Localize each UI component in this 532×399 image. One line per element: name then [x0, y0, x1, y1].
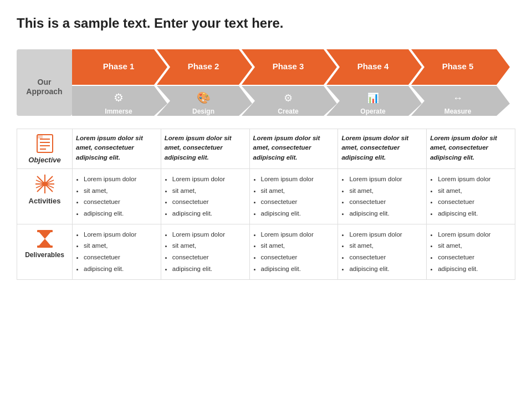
objective-row: Objective Lorem ipsum dolor sit amet, co…	[17, 129, 515, 169]
activities-icon	[34, 173, 55, 195]
list-item: Lorem ipsum dolor	[261, 229, 335, 241]
deliverables-header: Deliverables	[17, 224, 73, 279]
list-item: consectetuer	[438, 252, 511, 263]
svg-text:Phase 4: Phase 4	[357, 62, 389, 71]
objective-text-3: Lorem ipsum dolor sit amet, consectetuer…	[253, 135, 320, 161]
list-item: adipiscing elit.	[261, 208, 335, 219]
svg-text:↔: ↔	[453, 93, 463, 104]
svg-text:⚙: ⚙	[114, 91, 124, 104]
objective-text-4: Lorem ipsum dolor sit amet, consectetuer…	[341, 135, 408, 161]
deliverables-list-3: Lorem ipsum dolor sit amet, consectetuer…	[253, 229, 335, 275]
list-item: consectetuer	[84, 252, 157, 263]
list-item: consectetuer	[349, 196, 423, 208]
phases-header: Our Approach Phase 1 Phase 2 Phase 3 P	[17, 41, 515, 124]
deliverables-list-2: Lorem ipsum dolor sit amet, consectetuer…	[165, 229, 246, 275]
objective-header: Objective	[17, 129, 73, 169]
svg-text:Operate: Operate	[360, 108, 386, 115]
list-item: Lorem ipsum dolor	[438, 173, 511, 185]
activities-list-3: Lorem ipsum dolor sit amet, consectetuer…	[253, 173, 335, 219]
objective-text-5: Lorem ipsum dolor sit amet, consectetuer…	[430, 135, 497, 161]
list-item: Lorem ipsum dolor	[84, 173, 157, 185]
activities-cell-1: Lorem ipsum dolor sit amet, consectetuer…	[73, 169, 161, 224]
objective-cell-5: Lorem ipsum dolor sit amet, consectetuer…	[427, 129, 515, 169]
phases-svg: Our Approach Phase 1 Phase 2 Phase 3 P	[17, 41, 515, 124]
list-item: adipiscing elit.	[172, 263, 246, 275]
svg-text:🎨: 🎨	[197, 91, 211, 104]
svg-marker-41	[38, 231, 52, 239]
list-item: consectetuer	[172, 196, 246, 208]
svg-text:Phase 3: Phase 3	[273, 62, 304, 71]
objective-text-2: Lorem ipsum dolor sit amet, consectetuer…	[165, 135, 232, 161]
activities-cell-5: Lorem ipsum dolor sit amet, consectetuer…	[427, 169, 515, 224]
activities-list-1: Lorem ipsum dolor sit amet, consectetuer…	[76, 173, 157, 219]
activities-row: Activities Lorem ipsum dolor sit amet, c…	[17, 169, 515, 224]
svg-text:Immerse: Immerse	[105, 108, 132, 115]
objective-icon	[35, 134, 55, 154]
list-item: consectetuer	[172, 252, 246, 263]
svg-marker-46	[40, 241, 49, 244]
activities-list-2: Lorem ipsum dolor sit amet, consectetuer…	[165, 173, 246, 219]
deliverables-cell-3: Lorem ipsum dolor sit amet, consectetuer…	[249, 224, 338, 279]
list-item: consectetuer	[261, 196, 335, 208]
deliverables-list-4: Lorem ipsum dolor sit amet, consectetuer…	[341, 229, 423, 275]
svg-rect-43	[37, 230, 53, 232]
list-item: adipiscing elit.	[349, 263, 423, 275]
list-item: sit amet,	[172, 185, 246, 197]
activities-header: Activities	[17, 169, 73, 224]
content-table: Objective Lorem ipsum dolor sit amet, co…	[17, 129, 515, 280]
list-item: adipiscing elit.	[261, 263, 335, 275]
list-item: adipiscing elit.	[84, 208, 157, 219]
svg-rect-33	[37, 135, 43, 139]
list-item: Lorem ipsum dolor	[261, 173, 335, 185]
list-item: sit amet,	[438, 185, 511, 197]
activities-label: Activities	[29, 197, 61, 205]
deliverables-cell-5: Lorem ipsum dolor sit amet, consectetuer…	[427, 224, 515, 279]
svg-text:⚙: ⚙	[284, 93, 293, 104]
list-item: consectetuer	[349, 252, 423, 263]
svg-text:Our: Our	[38, 78, 52, 86]
objective-label: Objective	[28, 156, 61, 164]
activities-cell-4: Lorem ipsum dolor sit amet, consectetuer…	[338, 169, 427, 224]
list-item: Lorem ipsum dolor	[172, 229, 246, 241]
list-item: Lorem ipsum dolor	[438, 229, 511, 241]
list-item: adipiscing elit.	[172, 208, 246, 219]
activities-cell-2: Lorem ipsum dolor sit amet, consectetuer…	[161, 169, 249, 224]
objective-cell-3: Lorem ipsum dolor sit amet, consectetuer…	[249, 129, 338, 169]
list-item: sit amet,	[261, 185, 335, 197]
deliverables-list-1: Lorem ipsum dolor sit amet, consectetuer…	[76, 229, 157, 275]
list-item: adipiscing elit.	[349, 208, 423, 219]
svg-text:Measure: Measure	[444, 108, 472, 115]
page: This is a sample text. Enter your text h…	[0, 0, 532, 399]
deliverables-row: Deliverables Lorem ipsum dolor sit amet,…	[17, 224, 515, 279]
svg-point-40	[43, 182, 47, 186]
objective-cell-2: Lorem ipsum dolor sit amet, consectetuer…	[161, 129, 249, 169]
objective-text-1: Lorem ipsum dolor sit amet, consectetuer…	[76, 135, 143, 161]
svg-text:Phase 2: Phase 2	[188, 62, 219, 71]
svg-text:📊: 📊	[367, 92, 380, 104]
deliverables-cell-4: Lorem ipsum dolor sit amet, consectetuer…	[338, 224, 427, 279]
main-title: This is a sample text. Enter your text h…	[17, 16, 515, 31]
svg-text:Design: Design	[192, 108, 214, 115]
list-item: sit amet,	[349, 240, 423, 252]
list-item: Lorem ipsum dolor	[349, 173, 423, 185]
deliverables-cell-2: Lorem ipsum dolor sit amet, consectetuer…	[161, 224, 249, 279]
svg-text:Approach: Approach	[26, 87, 62, 96]
list-item: sit amet,	[438, 240, 511, 252]
list-item: consectetuer	[438, 196, 511, 208]
list-item: consectetuer	[84, 196, 157, 208]
deliverables-icon	[35, 229, 55, 249]
objective-cell-4: Lorem ipsum dolor sit amet, consectetuer…	[338, 129, 427, 169]
deliverables-list-5: Lorem ipsum dolor sit amet, consectetuer…	[430, 229, 511, 275]
deliverables-label: Deliverables	[25, 251, 64, 259]
activities-cell-3: Lorem ipsum dolor sit amet, consectetuer…	[249, 169, 338, 224]
list-item: sit amet,	[84, 185, 157, 197]
list-item: Lorem ipsum dolor	[84, 229, 157, 241]
svg-text:Phase 5: Phase 5	[442, 62, 474, 71]
list-item: sit amet,	[349, 185, 423, 197]
list-item: adipiscing elit.	[438, 263, 511, 275]
svg-text:Create: Create	[278, 108, 299, 115]
activities-list-5: Lorem ipsum dolor sit amet, consectetuer…	[430, 173, 511, 219]
list-item: sit amet,	[261, 240, 335, 252]
list-item: sit amet,	[84, 240, 157, 252]
list-item: consectetuer	[261, 252, 335, 263]
